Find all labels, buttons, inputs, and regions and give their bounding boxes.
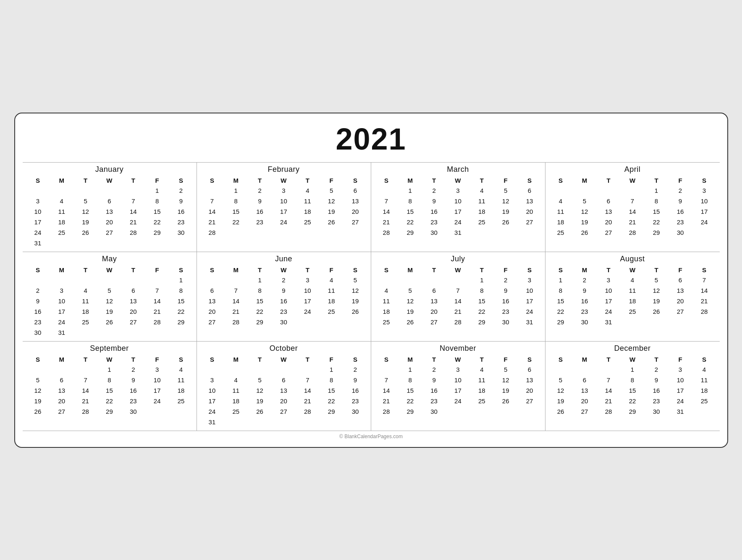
day-cell: 28 xyxy=(692,306,716,317)
day-cell: 23 xyxy=(422,217,446,227)
day-header: W xyxy=(446,355,470,364)
day-cell: 9 xyxy=(272,285,296,296)
day-cell: 6 xyxy=(97,196,121,206)
day-cell xyxy=(73,275,97,285)
day-cell xyxy=(621,185,645,196)
day-cell: 23 xyxy=(121,396,145,406)
day-cell: 29 xyxy=(97,406,121,417)
day-cell: 14 xyxy=(597,385,621,396)
day-cell xyxy=(145,406,169,417)
day-cell: 22 xyxy=(224,217,248,227)
day-header: W xyxy=(272,176,296,185)
day-header: F xyxy=(145,265,169,275)
day-cell: 27 xyxy=(422,317,446,327)
day-cell: 20 xyxy=(121,306,145,317)
day-cell: 4 xyxy=(470,185,494,196)
day-cell: 27 xyxy=(597,227,621,238)
day-cell xyxy=(50,185,73,196)
day-cell: 14 xyxy=(73,385,97,396)
week-row: 18192021222324 xyxy=(549,217,716,227)
day-cell: 28 xyxy=(145,317,169,327)
day-header: T xyxy=(248,176,272,185)
day-cell xyxy=(200,185,224,196)
day-header: T xyxy=(422,355,446,364)
day-cell xyxy=(296,227,320,238)
week-row: 11121314151617 xyxy=(549,206,716,217)
day-cell: 13 xyxy=(422,296,446,306)
day-cell: 23 xyxy=(669,217,692,227)
day-cell: 19 xyxy=(73,217,97,227)
day-cell: 14 xyxy=(621,206,645,217)
day-cell: 2 xyxy=(573,275,597,285)
day-cell: 3 xyxy=(518,275,542,285)
day-cell: 21 xyxy=(446,306,470,317)
day-cell: 27 xyxy=(272,406,296,417)
month-block-november: NovemberSMTWTFS1234567891011121314151617… xyxy=(371,342,545,431)
day-cell: 17 xyxy=(200,396,224,406)
day-cell: 7 xyxy=(121,196,145,206)
day-cell xyxy=(224,364,248,375)
day-cell: 7 xyxy=(446,285,470,296)
day-cell: 4 xyxy=(169,364,193,375)
day-cell: 13 xyxy=(669,285,692,296)
day-header: S xyxy=(549,176,573,185)
day-cell: 6 xyxy=(50,375,73,385)
week-row: 25262728293031 xyxy=(375,317,542,327)
day-cell: 10 xyxy=(597,285,621,296)
day-header: M xyxy=(398,355,422,364)
day-cell: 20 xyxy=(518,385,542,396)
day-cell xyxy=(26,364,50,375)
day-cell xyxy=(145,275,169,285)
day-cell: 26 xyxy=(398,317,422,327)
day-cell: 7 xyxy=(375,375,399,385)
day-header: F xyxy=(494,265,518,275)
day-cell: 17 xyxy=(145,385,169,396)
day-cell: 30 xyxy=(573,317,597,327)
day-cell: 19 xyxy=(343,296,367,306)
day-header: S xyxy=(549,265,573,275)
day-cell: 20 xyxy=(343,206,367,217)
day-header: M xyxy=(50,355,73,364)
day-cell: 22 xyxy=(248,306,272,317)
day-cell xyxy=(597,364,621,375)
day-header: T xyxy=(597,265,621,275)
day-header: M xyxy=(573,265,597,275)
month-name: August xyxy=(549,255,716,263)
day-header: S xyxy=(375,265,399,275)
month-table: SMTWTFS123456789101112131415161718192021… xyxy=(200,265,367,327)
day-cell: 16 xyxy=(343,385,367,396)
day-header: S xyxy=(518,176,542,185)
week-row: 78910111213 xyxy=(375,196,542,206)
day-header: F xyxy=(494,355,518,364)
day-cell: 14 xyxy=(692,285,716,296)
day-cell: 20 xyxy=(518,206,542,217)
day-cell: 16 xyxy=(645,385,669,396)
week-row: 31 xyxy=(200,417,367,427)
day-cell: 13 xyxy=(200,296,224,306)
day-header: S xyxy=(169,355,193,364)
day-cell: 29 xyxy=(621,406,645,417)
day-cell: 7 xyxy=(296,375,320,385)
month-block-march: MarchSMTWTFS1234567891011121314151617181… xyxy=(371,163,545,252)
week-row: 23242526272829 xyxy=(26,317,193,327)
year-title: 2021 xyxy=(23,118,720,162)
day-cell: 11 xyxy=(621,285,645,296)
day-header: W xyxy=(621,265,645,275)
day-cell: 15 xyxy=(398,206,422,217)
day-cell xyxy=(248,227,272,238)
day-cell: 21 xyxy=(200,217,224,227)
day-cell: 14 xyxy=(375,385,399,396)
week-row: 16171819202122 xyxy=(26,306,193,317)
day-cell: 25 xyxy=(73,317,97,327)
day-cell: 6 xyxy=(343,185,367,196)
day-cell: 6 xyxy=(518,185,542,196)
day-cell: 28 xyxy=(121,227,145,238)
day-header: S xyxy=(692,176,716,185)
month-block-april: AprilSMTWTFS1234567891011121314151617181… xyxy=(545,163,720,252)
day-header: S xyxy=(343,355,367,364)
day-header: T xyxy=(248,355,272,364)
day-cell: 8 xyxy=(398,375,422,385)
day-cell: 1 xyxy=(645,185,669,196)
week-row: 14151617181920 xyxy=(375,385,542,396)
day-cell: 31 xyxy=(669,406,692,417)
